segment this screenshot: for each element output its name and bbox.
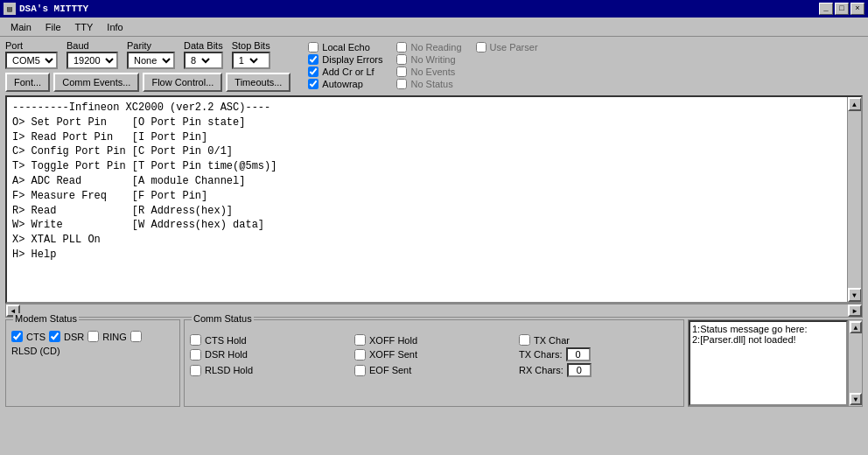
stopbits-select-wrapper: 1: [232, 52, 270, 69]
scroll-track-v[interactable]: [848, 111, 861, 288]
comm-status-panel: Comm Status CTS Hold XOFF Hold TX Char D…: [184, 319, 684, 407]
no-status-label: No Status: [410, 79, 452, 89]
rlsd-label: RLSD (CD): [11, 346, 60, 356]
close-button[interactable]: ×: [850, 3, 864, 15]
modem-checks-row: CTS DSR RING RLSD (CD): [11, 331, 174, 356]
rx-chars-row: RX Chars: 0: [519, 363, 678, 377]
flow-control-button[interactable]: Flow Control...: [143, 73, 222, 92]
rx-chars-input[interactable]: 0: [567, 363, 592, 377]
status-line-1: 1:Status message go here:: [692, 324, 844, 334]
vertical-scrollbar[interactable]: ▲ ▼: [847, 97, 861, 302]
xoff-sent-checkbox[interactable]: [354, 349, 366, 360]
menu-tty[interactable]: TTY: [68, 20, 101, 34]
maximize-button[interactable]: □: [835, 3, 849, 15]
cts-hold-row: CTS Hold: [190, 334, 349, 346]
scroll-track-h[interactable]: [20, 304, 848, 317]
eof-sent-row: EOF Sent: [354, 363, 514, 377]
status-scroll-track[interactable]: [849, 334, 862, 392]
cts-hold-checkbox[interactable]: [190, 334, 201, 346]
ring-checkbox[interactable]: [88, 331, 99, 342]
add-cr-lf-checkbox[interactable]: [308, 66, 318, 77]
dsr-label: DSR: [64, 332, 84, 342]
cts-label: CTS: [26, 332, 46, 342]
no-events-checkbox[interactable]: [396, 66, 407, 77]
minimize-button[interactable]: _: [819, 3, 833, 15]
local-echo-label: Local Echo: [322, 42, 369, 52]
app-icon: ▤: [4, 3, 16, 15]
ring-label: RING: [102, 332, 127, 342]
stopbits-label: Stop Bits: [232, 40, 270, 51]
no-status-row: No Status: [396, 79, 461, 89]
modem-status-title: Modem Status: [13, 313, 79, 324]
no-events-label: No Events: [410, 66, 455, 77]
modem-status-panel: Modem Status CTS DSR RING RLSD (CD): [5, 319, 180, 407]
dsr-checkbox[interactable]: [49, 331, 60, 342]
rlsd-checkbox[interactable]: [130, 331, 142, 342]
stopbits-select[interactable]: 1: [234, 52, 261, 68]
status-scroll-up[interactable]: ▲: [850, 321, 862, 333]
use-parser-row: Use Parser: [476, 42, 538, 52]
scroll-right-button[interactable]: ►: [848, 304, 862, 317]
xoff-hold-label: XOFF Hold: [369, 335, 417, 346]
xoff-hold-row: XOFF Hold: [354, 334, 514, 346]
menu-main[interactable]: Main: [4, 20, 38, 34]
autowrap-checkbox[interactable]: [308, 79, 318, 89]
tx-char-label: TX Char: [534, 335, 570, 346]
xoff-sent-label: XOFF Sent: [369, 349, 417, 360]
add-cr-lf-label: Add Cr or Lf: [322, 66, 374, 77]
parity-select-wrapper: None: [127, 52, 175, 69]
tx-char-checkbox[interactable]: [519, 334, 530, 346]
comm-events-button[interactable]: Comm Events...: [53, 73, 139, 92]
no-status-checkbox[interactable]: [396, 79, 407, 89]
no-writing-checkbox[interactable]: [396, 54, 407, 65]
scroll-down-button[interactable]: ▼: [848, 288, 862, 302]
rlsd-hold-label: RLSD Hold: [205, 365, 253, 375]
status-line-2: 2:[Parser.dll] not loaded!: [692, 334, 844, 345]
no-reading-label: No Reading: [410, 42, 461, 52]
rlsd-hold-checkbox[interactable]: [190, 365, 201, 376]
no-reading-checkbox[interactable]: [396, 42, 407, 52]
display-errors-label: Display Errors: [322, 54, 382, 65]
title-bar: ▤ DSA's MITTTY _ □ ×: [0, 0, 868, 18]
add-cr-lf-check-row: Add Cr or Lf: [308, 66, 382, 77]
use-parser-checkbox[interactable]: [476, 42, 486, 52]
settings-row: Port COM5 Baud 19200 Parity: [5, 40, 290, 69]
parity-select[interactable]: None: [129, 52, 173, 68]
status-scrollbar: ▲ ▼: [848, 320, 862, 406]
status-messages-panel: 1:Status message go here: 2:[Parser.dll]…: [688, 319, 863, 407]
timeouts-button[interactable]: Timeouts...: [226, 73, 290, 92]
menu-info[interactable]: Info: [100, 20, 130, 34]
status-scroll-down[interactable]: ▼: [850, 393, 862, 405]
toolbar: Port COM5 Baud 19200 Parity: [0, 37, 868, 95]
no-writing-row: No Writing: [396, 54, 461, 65]
menu-file[interactable]: File: [38, 20, 68, 34]
display-errors-check-row: Display Errors: [308, 54, 382, 65]
cts-checkbox[interactable]: [11, 331, 23, 342]
baud-select[interactable]: 19200: [68, 52, 116, 68]
rlsd-hold-row: RLSD Hold: [190, 363, 349, 377]
comm-status-title: Comm Status: [192, 313, 254, 324]
local-echo-checkbox[interactable]: [308, 42, 318, 52]
databits-label: Data Bits: [184, 40, 223, 51]
no-events-row: No Events: [396, 66, 461, 77]
scroll-up-button[interactable]: ▲: [848, 97, 862, 111]
status-messages-content: 1:Status message go here: 2:[Parser.dll]…: [689, 320, 848, 406]
databits-select[interactable]: 8: [186, 52, 213, 68]
window-controls: _ □ ×: [819, 3, 864, 15]
parity-label: Parity: [127, 40, 175, 51]
tx-chars-label: TX Chars:: [519, 349, 563, 360]
font-button[interactable]: Font...: [5, 73, 50, 92]
tx-chars-input[interactable]: 0: [566, 347, 591, 361]
eof-sent-checkbox[interactable]: [354, 365, 366, 376]
xoff-hold-checkbox[interactable]: [354, 334, 366, 346]
cts-hold-label: CTS Hold: [205, 335, 247, 346]
port-select[interactable]: COM5: [7, 52, 56, 68]
display-errors-checkbox[interactable]: [308, 54, 318, 65]
autowrap-check-row: Autowrap: [308, 79, 382, 89]
no-reading-row: No Reading: [396, 42, 461, 52]
xoff-sent-row: XOFF Sent: [354, 347, 514, 361]
terminal-content[interactable]: ---------Infineon XC2000 (ver2.2 ASC)---…: [7, 97, 847, 302]
port-label: Port: [5, 40, 58, 51]
dsr-hold-checkbox[interactable]: [190, 349, 201, 360]
autowrap-label: Autowrap: [322, 79, 362, 89]
